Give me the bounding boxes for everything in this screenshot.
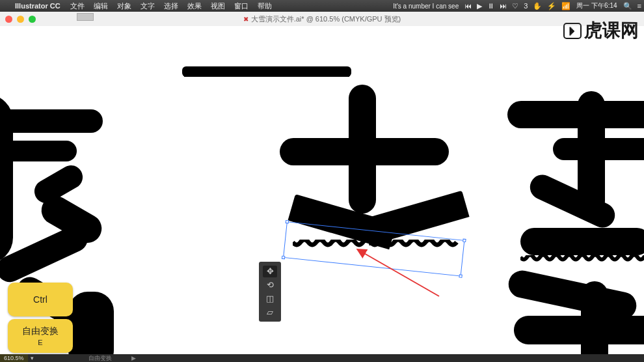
document-title-bar: ✖ 大雪演示文件.ai* @ 610.5% (CMYK/GPU 预览) (0, 13, 644, 25)
palette-tool-constrain[interactable]: ▱ (263, 307, 277, 318)
menu-object[interactable]: 对象 (113, 1, 136, 11)
notification-badge[interactable]: 3 (521, 2, 530, 10)
artwork-shape (0, 141, 77, 161)
artwork-shape (526, 171, 619, 232)
close-button[interactable] (5, 16, 12, 23)
artwork-shape (0, 109, 103, 133)
move-cursor-icon: ✥ (403, 221, 411, 232)
status-nav-arrow-icon[interactable]: ▶ (131, 355, 136, 361)
document-title: 大雪演示文件.ai* @ 610.5% (CMYK/GPU 预览) (251, 14, 401, 24)
menu-help[interactable]: 帮助 (253, 1, 276, 11)
svg-line-0 (363, 253, 439, 296)
artwork-shape (68, 292, 114, 354)
artwork-shape (514, 316, 644, 344)
key-sublabel: E (38, 339, 42, 346)
heart-icon[interactable]: ♡ (509, 2, 521, 10)
minimize-button[interactable] (17, 16, 24, 23)
artwork-shape (553, 138, 644, 160)
hand-icon[interactable]: ✋ (530, 2, 544, 10)
palette-tool-distort[interactable]: ◫ (263, 293, 277, 305)
artboard-canvas[interactable]: ✥ ✥ ⟲ ◫ ▱ (0, 26, 644, 354)
window-controls (5, 16, 36, 23)
artwork-wave-edge (293, 240, 459, 249)
menu-edit[interactable]: 编辑 (89, 1, 113, 11)
key-hint-free-transform: 自由变换 E (8, 319, 73, 353)
selection-handle[interactable] (463, 239, 466, 242)
artwork-shape (0, 221, 92, 286)
menu-file[interactable]: 文件 (66, 1, 89, 11)
menu-window[interactable]: 窗口 (230, 1, 253, 11)
media-prev-icon[interactable]: ⏮ (462, 2, 474, 10)
status-bar: 610.5% ▾ 自由变换 ▶ (0, 354, 644, 362)
menu-type[interactable]: 文字 (136, 1, 159, 11)
artwork-shape (520, 228, 644, 255)
bolt-icon: ⚡ (544, 2, 559, 10)
mac-menubar: Illustrator CC 文件 编辑 对象 文字 选择 效果 视图 窗口 帮… (0, 0, 644, 12)
artwork-shape (362, 191, 469, 245)
document-tab[interactable] (77, 13, 94, 21)
spotlight-icon[interactable]: 🔍 (621, 2, 635, 10)
key-label: 自由变换 (22, 326, 59, 337)
clock[interactable]: 周一 下午6:14 (573, 1, 620, 10)
app-name[interactable]: Illustrator CC (10, 2, 66, 10)
menu-extras-icon[interactable]: ≡ (635, 2, 644, 10)
key-hint-ctrl: Ctrl (8, 283, 73, 316)
annotation-arrow (351, 247, 442, 299)
artwork-shape (506, 268, 639, 322)
zoom-level[interactable]: 610.5% (0, 354, 28, 362)
wifi-icon[interactable]: 📶 (559, 2, 573, 10)
free-transform-palette[interactable]: ✥ ⟲ ◫ ▱ (259, 262, 281, 322)
menu-select[interactable]: 选择 (159, 1, 183, 11)
palette-tool-perspective[interactable]: ⟲ (263, 279, 277, 291)
selection-handle[interactable] (282, 256, 285, 259)
media-pause-icon[interactable]: ⏸ (485, 2, 497, 10)
zoom-dropdown-icon[interactable]: ▾ (28, 355, 36, 361)
media-next-icon[interactable]: ⏭ (497, 2, 509, 10)
artwork-shape (507, 101, 644, 128)
zoom-button[interactable] (29, 16, 36, 23)
artwork-wave-edge (520, 254, 644, 262)
menu-view[interactable]: 视图 (206, 1, 230, 11)
menu-effect[interactable]: 效果 (183, 1, 206, 11)
status-tool-label: 自由变换 (36, 354, 112, 363)
key-label: Ctrl (33, 294, 47, 305)
watermark-icon: ⏵ (563, 23, 582, 39)
now-playing: It's a number I can see (390, 3, 462, 10)
artwork-shape-wave (182, 66, 351, 77)
unsaved-icon: ✖ (243, 16, 248, 23)
selection-handle[interactable] (459, 274, 462, 277)
palette-tool-free-transform[interactable]: ✥ (263, 266, 277, 277)
media-play-icon[interactable]: ▶ (474, 2, 485, 10)
artwork-shape (280, 138, 449, 165)
